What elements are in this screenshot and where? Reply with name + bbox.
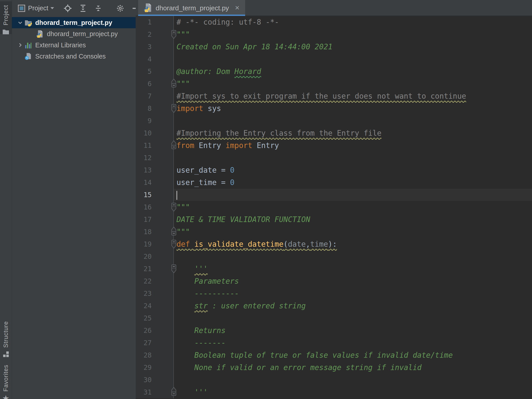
- code-line-content[interactable]: ''': [174, 386, 532, 398]
- code-line-7[interactable]: 7#Import sys to exit program if the user…: [136, 90, 532, 102]
- code-line-27[interactable]: 27 -------: [136, 337, 532, 349]
- code-line-content[interactable]: -------: [174, 337, 532, 349]
- code-line-content[interactable]: import sys: [174, 102, 532, 115]
- code-line-1[interactable]: 1# -*- coding: utf-8 -*-: [136, 16, 532, 28]
- tree-item-dhorard-term-project-py[interactable]: dhorard_term_project.py: [12, 17, 136, 28]
- tab-dhorard-term-project[interactable]: dhorard_term_project.py ✕: [138, 0, 245, 16]
- code-line-18[interactable]: 18""": [136, 226, 532, 238]
- code-token: """: [177, 228, 190, 236]
- code-line-content[interactable]: Returns: [174, 324, 532, 337]
- code-line-content[interactable]: # -*- coding: utf-8 -*-: [174, 16, 532, 28]
- code-line-content[interactable]: Parameters: [174, 275, 532, 287]
- code-token: Entry: [252, 141, 279, 150]
- chevron-down-icon[interactable]: [16, 20, 25, 25]
- code-line-content[interactable]: ----------: [174, 287, 532, 300]
- code-line-content[interactable]: Created on Sun Apr 18 14:44:00 2021: [174, 41, 532, 53]
- collapse-all-button[interactable]: [95, 5, 102, 12]
- code-line-16[interactable]: 16""": [136, 201, 532, 213]
- project-panel-title[interactable]: Project: [28, 5, 48, 12]
- code-line-22[interactable]: 22 Parameters: [136, 275, 532, 287]
- code-token: 0: [230, 178, 234, 187]
- code-line-content[interactable]: [174, 152, 532, 164]
- project-tree: dhorard_term_project.py dhorard_term_pro…: [12, 16, 136, 62]
- tree-item-dhorard-term-project-py[interactable]: dhorard_term_project.py: [12, 28, 136, 39]
- stripe-label-favorites: Favorites: [2, 365, 9, 392]
- code-line-content[interactable]: """: [174, 201, 532, 213]
- code-token: None if valid or an error message string…: [177, 363, 422, 372]
- code-token: ''': [194, 388, 208, 397]
- locate-file-button[interactable]: [64, 5, 71, 12]
- code-line-3[interactable]: 3Created on Sun Apr 18 14:44:00 2021: [136, 41, 532, 53]
- fold-collapse-icon[interactable]: [171, 30, 177, 43]
- code-line-content[interactable]: #Import sys to exit program if the user …: [174, 90, 532, 102]
- code-line-content[interactable]: user_date = 0: [174, 164, 532, 176]
- code-line-31[interactable]: 31 ''': [136, 386, 532, 398]
- code-line-9[interactable]: 9: [136, 115, 532, 127]
- code-line-4[interactable]: 4: [136, 53, 532, 65]
- code-line-content[interactable]: ''': [174, 263, 532, 275]
- stripe-button-project[interactable]: Project: [0, 1, 12, 34]
- code-line-content[interactable]: """: [174, 226, 532, 238]
- close-icon[interactable]: ✕: [235, 5, 240, 12]
- code-line-content[interactable]: #Importing the Entry class from the Entr…: [174, 127, 532, 139]
- code-editor[interactable]: 1# -*- coding: utf-8 -*-2"""3Created on …: [136, 16, 532, 398]
- line-number: 5: [136, 65, 174, 78]
- code-line-10[interactable]: 10#Importing the Entry class from the En…: [136, 127, 532, 139]
- code-line-content[interactable]: from Entry import Entry: [174, 139, 532, 152]
- fold-end-icon[interactable]: [171, 78, 177, 91]
- code-line-12[interactable]: 12: [136, 152, 532, 164]
- fold-collapse-icon[interactable]: [171, 104, 177, 117]
- fold-end-icon[interactable]: [171, 140, 177, 153]
- code-line-24[interactable]: 24 str : user entered string: [136, 300, 532, 312]
- stripe-button-structure[interactable]: Structure: [0, 321, 12, 358]
- code-line-19[interactable]: 19def is_validate_datetime(date,time):: [136, 238, 532, 250]
- fold-collapse-icon[interactable]: [171, 203, 177, 216]
- code-line-28[interactable]: 28 Boolean tuple of true or false values…: [136, 349, 532, 361]
- chevron-down-icon[interactable]: [51, 7, 54, 9]
- code-line-21[interactable]: 21 ''': [136, 263, 532, 275]
- code-line-20[interactable]: 20: [136, 250, 532, 263]
- code-line-content[interactable]: [174, 115, 532, 127]
- code-line-content[interactable]: None if valid or an error message string…: [174, 361, 532, 374]
- code-line-5[interactable]: 5@author: Dom Horard: [136, 65, 532, 78]
- tree-item-external-libraries[interactable]: External Libraries: [12, 39, 136, 51]
- code-line-29[interactable]: 29 None if valid or an error message str…: [136, 361, 532, 374]
- fold-end-icon[interactable]: [171, 387, 177, 399]
- code-line-14[interactable]: 14user_time = 0: [136, 176, 532, 189]
- code-line-content[interactable]: [174, 374, 532, 386]
- code-line-13[interactable]: 13user_date = 0: [136, 164, 532, 176]
- code-line-content[interactable]: """: [174, 28, 532, 41]
- code-line-content[interactable]: @author: Dom Horard: [174, 65, 532, 78]
- code-line-8[interactable]: 8import sys: [136, 102, 532, 115]
- settings-gear-icon[interactable]: [116, 5, 124, 12]
- chevron-right-icon[interactable]: [16, 42, 25, 48]
- expand-all-button[interactable]: [79, 5, 87, 12]
- fold-collapse-icon[interactable]: [171, 264, 177, 278]
- code-line-content[interactable]: """: [174, 78, 532, 90]
- code-token: # -*- coding: utf-8 -*-: [177, 18, 279, 26]
- code-line-15[interactable]: 15: [136, 189, 532, 201]
- code-line-content[interactable]: [174, 189, 532, 201]
- code-line-content[interactable]: DATE & TIME VALIDATOR FUNCTION: [174, 213, 532, 226]
- code-line-25[interactable]: 25: [136, 312, 532, 324]
- fold-end-icon[interactable]: [171, 226, 177, 240]
- code-line-content[interactable]: def is_validate_datetime(date,time):: [174, 238, 532, 250]
- code-line-6[interactable]: 6""": [136, 78, 532, 90]
- code-line-2[interactable]: 2""": [136, 28, 532, 41]
- code-line-content[interactable]: [174, 250, 532, 263]
- code-line-23[interactable]: 23 ----------: [136, 287, 532, 300]
- code-line-11[interactable]: 11from Entry import Entry: [136, 139, 532, 152]
- code-line-content[interactable]: Boolean tuple of true or false values if…: [174, 349, 532, 361]
- code-line-30[interactable]: 30: [136, 374, 532, 386]
- line-number: 7: [136, 90, 174, 102]
- code-token: Parameters: [177, 277, 239, 285]
- tree-item-scratches-and-consoles[interactable]: Scratches and Consoles: [12, 51, 136, 62]
- code-line-content[interactable]: str : user entered string: [174, 300, 532, 312]
- fold-collapse-icon[interactable]: [171, 240, 177, 253]
- code-line-content[interactable]: user_time = 0: [174, 176, 532, 189]
- code-line-26[interactable]: 26 Returns: [136, 324, 532, 337]
- stripe-button-favorites[interactable]: Favorites ★: [0, 365, 12, 399]
- code-line-content[interactable]: [174, 312, 532, 324]
- code-line-17[interactable]: 17DATE & TIME VALIDATOR FUNCTION: [136, 213, 532, 226]
- code-line-content[interactable]: [174, 53, 532, 65]
